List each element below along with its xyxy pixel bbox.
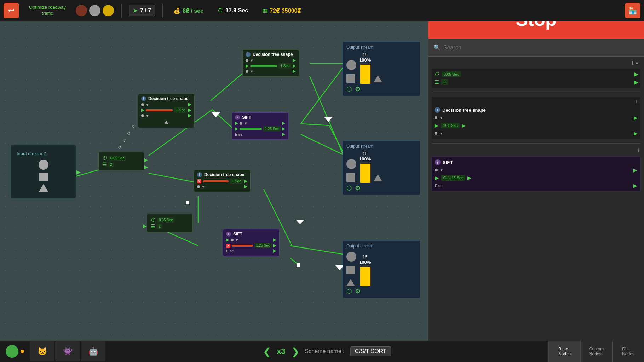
- circle-shape: [39, 160, 48, 170]
- dts1-row1: ▼: [141, 103, 191, 107]
- dts1-dot1: [141, 103, 144, 106]
- sift1-badge: i: [235, 115, 240, 120]
- dts1-dot2: [141, 114, 144, 117]
- panel-info-2: ℹ: [435, 99, 638, 104]
- pn-dts-out1: ▶: [634, 115, 638, 121]
- bot-avatar: [6, 345, 18, 358]
- svg-line-13: [290, 258, 299, 265]
- bot-icon-1[interactable]: 🐱: [30, 341, 54, 361]
- dts3-badge: i: [197, 172, 202, 177]
- sift1-in2: [235, 127, 238, 131]
- out2-square: [346, 173, 355, 182]
- grid-icon: ▦: [262, 7, 268, 14]
- bot-icon-2[interactable]: 👾: [55, 341, 80, 361]
- search-bar: 🔍: [428, 39, 644, 57]
- progress-box: ➤ 7 / 7: [129, 5, 155, 16]
- svg-marker-17: [324, 117, 333, 122]
- dts1-row2: 1 Sec: [141, 107, 191, 113]
- progress-icon: ➤: [133, 7, 138, 14]
- out2-row1: [346, 159, 356, 169]
- pn-arrow-right-2[interactable]: ▶: [634, 79, 638, 86]
- back-button[interactable]: ↩: [4, 3, 19, 18]
- process-node-2[interactable]: ⏱ 0.05 Sec ☰ 2 ▶: [147, 214, 193, 232]
- out1-gear-icon[interactable]: ⚙: [355, 85, 361, 93]
- coins2-value: 35000₡: [282, 7, 301, 14]
- dts1-timer: 1 Sec: [174, 107, 187, 113]
- input-stream-node[interactable]: Input stream 2 ▶: [11, 145, 76, 198]
- canvas-area[interactable]: Input stream 2 ▶ ⏱ 0.05 Sec ☰ 2 ▶ ▶ i De…: [0, 21, 428, 362]
- pn-stack-val: 2: [441, 79, 448, 85]
- shop-button[interactable]: 🏪: [625, 3, 640, 18]
- dts2-row3: ▼: [246, 69, 296, 74]
- coins1-value: 72₡: [270, 7, 280, 14]
- pn-dts-badge: i: [435, 107, 440, 113]
- panel-sift-node: i SIFT ▼ ▶ ▶ ⏱ 1.25 Sec ▶ Else ▶: [432, 156, 640, 192]
- sift2-else-out: [273, 249, 276, 253]
- dts1-row3: ▼: [141, 113, 191, 118]
- out1-controls: ⬡ ⚙: [346, 85, 416, 93]
- out1-tri: [374, 75, 382, 82]
- out1-num: 15: [362, 52, 367, 57]
- tab-base-nodes[interactable]: BaseNodes: [548, 341, 580, 362]
- bot-icon-3[interactable]: 🤖: [81, 341, 105, 361]
- out2-controls: ⬡ ⚙: [346, 184, 416, 192]
- timer-icon: ⏱: [218, 7, 223, 14]
- grid-stat: ▦ 72₡ 35000₡: [259, 6, 304, 16]
- svg-line-3: [212, 110, 234, 129]
- dts1-tri: [164, 121, 168, 124]
- sift-node-1[interactable]: i SIFT ▼ 1.25 Sec Else: [232, 112, 288, 140]
- progress-value: 7 / 7: [140, 7, 151, 14]
- pn-sift-out2: ▶: [467, 175, 471, 181]
- out3-gear-icon[interactable]: ⚙: [355, 287, 361, 295]
- sift2-badge: i: [226, 232, 231, 237]
- pn-sift-else-row: Else ▶: [435, 183, 637, 188]
- proc2-stack-value: 2: [157, 224, 162, 229]
- out1-row1: [346, 60, 356, 70]
- out2-layers-icon[interactable]: ⬡: [346, 184, 352, 192]
- out3-layers-icon[interactable]: ⬡: [346, 287, 352, 295]
- speed-decrease-button[interactable]: ❮: [263, 346, 271, 357]
- panel-node-list: ℹ ▲ ▶ ⏱ 0.05 Sec ☰ 2 ▶ ℹ i: [428, 57, 644, 362]
- dts3-title: Decision tree shape: [204, 172, 244, 177]
- pn-arrow-right[interactable]: ▶: [634, 71, 638, 77]
- out2-gear-icon[interactable]: ⚙: [355, 184, 361, 192]
- out1-layers-icon[interactable]: ⬡: [346, 85, 352, 93]
- out1-row2: [346, 74, 356, 83]
- dts3-inner: i Decision tree shape ✕ 1 Sec ▼: [194, 170, 251, 192]
- flow-arrow-1: ▷: [131, 123, 136, 128]
- speed-increase-button[interactable]: ❯: [291, 346, 299, 357]
- dts3-out1: [244, 180, 247, 183]
- tab-dll-nodes[interactable]: DLLNodes: [612, 341, 644, 362]
- proc-timer-icon: ⏱: [102, 155, 107, 161]
- dts-node-1[interactable]: i Decision tree shape ▼ 1 Sec ▼: [138, 94, 195, 128]
- dts1-out1: [188, 103, 191, 106]
- panel-info-top: ℹ ▲: [432, 60, 640, 66]
- sift2-out2: [273, 244, 276, 247]
- tab-custom-nodes[interactable]: CustomNodes: [580, 341, 612, 362]
- dts2-dropdown: ▼: [250, 58, 254, 63]
- out1-circle: [346, 60, 356, 70]
- pn-proc-row2: ☰ 2 ▶: [435, 79, 638, 85]
- out3-title: Output stream: [346, 244, 416, 249]
- sift1-in: [235, 122, 238, 125]
- out2-title: Output stream: [346, 144, 416, 149]
- input-stream-title: Input stream 2: [17, 151, 70, 156]
- process-node-1[interactable]: ⏱ 0.05 Sec ☰ 2 ▶ ▶: [98, 152, 144, 170]
- svg-marker-18: [296, 220, 304, 224]
- bot-status-dot: [21, 350, 24, 353]
- sift1-inner: i SIFT ▼ 1.25 Sec Else: [232, 112, 288, 140]
- output-node-2: Output stream 15 100% ⬡: [343, 141, 420, 195]
- sift2-header: i SIFT: [226, 232, 276, 237]
- pn-sift-row2: ▶ ⏱ 1.25 Sec ▶: [435, 175, 637, 181]
- panel-div-2: [432, 143, 640, 144]
- sift2-row2: ✕ 1.25 Sec: [226, 243, 276, 248]
- sift-node-2[interactable]: i SIFT ▼ ✕ 1.25 Sec Else: [223, 229, 280, 256]
- search-input[interactable]: [443, 45, 639, 51]
- rate-stat: 💰 8₡ / sec: [170, 6, 207, 16]
- dts-node-2[interactable]: i Decision tree shape ▼ 1 Sec ▼: [242, 49, 299, 77]
- scheme-name[interactable]: C/S/T SORT: [350, 346, 391, 356]
- proc-timer-row: ⏱ 0.05 Sec: [102, 155, 140, 161]
- dts-node-3[interactable]: i Decision tree shape ✕ 1 Sec ▼: [194, 170, 251, 192]
- dts1-out3: [188, 114, 191, 117]
- divider2: [162, 4, 163, 18]
